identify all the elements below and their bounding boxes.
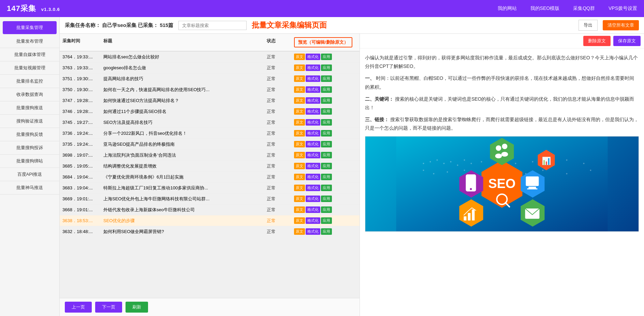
yingyon-button[interactable]: 应用	[321, 185, 332, 191]
yuanwen-button[interactable]: 原文	[294, 228, 305, 235]
sidebar-item-sougou-bind[interactable]: 批量搜狗绑站	[0, 155, 59, 168]
svg-point-3	[437, 159, 438, 161]
geshihua-button[interactable]: 格式化	[306, 206, 320, 213]
yuanwen-button[interactable]: 原文	[294, 54, 305, 60]
geshihua-button[interactable]: 格式化	[306, 174, 320, 180]
yingyon-button[interactable]: 应用	[321, 163, 332, 169]
row-title[interactable]: 上海法院判决'负面压制业务'合同违法	[101, 151, 264, 160]
yingyon-button[interactable]: 应用	[321, 119, 332, 126]
row-actions: 原文 格式化 应用	[291, 96, 360, 105]
yingyon-button[interactable]: 应用	[321, 64, 332, 71]
row-status: 正常	[264, 118, 291, 127]
row-title[interactable]: 特斯拉上海超级工厂19日复工推动100多家供应商协...	[101, 184, 264, 192]
geshihua-button[interactable]: 格式化	[306, 228, 320, 235]
export-button[interactable]: 导出	[579, 20, 598, 31]
yingyon-button[interactable]: 应用	[321, 108, 332, 115]
geshihua-button[interactable]: 格式化	[306, 141, 320, 147]
row-title[interactable]: 上海SEO优化外包上海牛巨微网络科技有限公司站群...	[101, 195, 264, 203]
geshihua-button[interactable]: 格式化	[306, 86, 320, 93]
sidebar-item-video-manage[interactable]: 批量短视频管理	[0, 61, 59, 75]
delete-original-button[interactable]: 删除原文	[583, 36, 611, 46]
sidebar-item-rank-monitor[interactable]: 批量排名监控	[0, 75, 59, 88]
yingyon-button[interactable]: 应用	[321, 206, 332, 213]
svg-rect-44	[472, 210, 475, 220]
yingyon-button[interactable]: 应用	[321, 217, 332, 224]
row-title[interactable]: 外链代发包收录上海新媒体seo牛巨微科技公司	[101, 205, 264, 214]
next-page-button[interactable]: 下一页	[95, 302, 122, 313]
search-input[interactable]	[178, 21, 247, 30]
yuanwen-button[interactable]: 原文	[294, 75, 305, 82]
row-actions: 原文 格式化 应用	[291, 183, 360, 192]
row-title[interactable]: 如何在一天之内，快速提高网站排名的使用SEO技巧...	[101, 85, 264, 94]
geshihua-button[interactable]: 格式化	[306, 108, 320, 115]
geshihua-button[interactable]: 格式化	[306, 163, 320, 169]
geshihua-button[interactable]: 格式化	[306, 64, 320, 71]
geshihua-button[interactable]: 格式化	[306, 97, 320, 104]
yingyon-button[interactable]: 应用	[321, 130, 332, 137]
sidebar-item-sougou-push[interactable]: 批量搜狗推送	[0, 101, 59, 115]
geshihua-button[interactable]: 格式化	[306, 54, 320, 60]
yingyon-button[interactable]: 应用	[321, 196, 332, 202]
row-title[interactable]: SEO优化的步骤	[101, 216, 264, 225]
yuanwen-button[interactable]: 原文	[294, 97, 305, 104]
row-title[interactable]: googleseo排名怎么做	[101, 63, 264, 72]
seo-preview-image: SEO	[365, 136, 639, 232]
yingyon-button[interactable]: 应用	[321, 152, 332, 158]
yuanwen-button[interactable]: 原文	[294, 152, 305, 158]
sidebar-item-baidu-api[interactable]: 百度API推送	[0, 168, 59, 181]
row-title[interactable]: 如何通过11个步骤提高SEO排名	[101, 107, 264, 116]
yingyon-button[interactable]: 应用	[321, 86, 332, 93]
refresh-button[interactable]: 刷新	[126, 302, 148, 313]
nav-vps-settings[interactable]: VPS拨号设置	[609, 5, 637, 12]
save-original-button[interactable]: 保存原文	[613, 36, 641, 46]
yingyon-button[interactable]: 应用	[321, 141, 332, 147]
row-time: 3669．19:01:...	[60, 195, 101, 203]
yuanwen-button[interactable]: 原文	[294, 86, 305, 93]
geshihua-button[interactable]: 格式化	[306, 119, 320, 126]
sidebar-item-shenma-push[interactable]: 批量神马推送	[0, 181, 59, 195]
sidebar-item-publish-manage[interactable]: 批量发布管理	[0, 35, 59, 48]
row-title[interactable]: 分享一个2022新风口，抖音seo优化排名！	[101, 129, 264, 138]
geshihua-button[interactable]: 格式化	[306, 152, 320, 158]
row-title[interactable]: 网站排名seo怎么做会比较好	[101, 53, 264, 61]
nav-my-site[interactable]: 我的网站	[498, 5, 517, 12]
row-title[interactable]: 如何快速通过SEO方法提高网站排名？	[101, 96, 264, 105]
row-title[interactable]: 提高网站排名的技巧	[101, 74, 264, 83]
nav-qq-group[interactable]: 采集QQ群	[573, 5, 595, 12]
sidebar-item-record-query[interactable]: 收录数据查询	[0, 88, 59, 101]
geshihua-button[interactable]: 格式化	[306, 217, 320, 224]
yuanwen-button[interactable]: 原文	[294, 130, 305, 137]
yingyon-button[interactable]: 应用	[321, 97, 332, 104]
sidebar-item-sougou-feedback[interactable]: 批量搜狗反馈	[0, 128, 59, 141]
yuanwen-button[interactable]: 原文	[294, 185, 305, 191]
yuanwen-button[interactable]: 原文	[294, 64, 305, 71]
geshihua-button[interactable]: 格式化	[306, 196, 320, 202]
geshihua-button[interactable]: 格式化	[306, 130, 320, 137]
yuanwen-button[interactable]: 原文	[294, 141, 305, 147]
geshihua-button[interactable]: 格式化	[306, 75, 320, 82]
row-title[interactable]: 如何利用SEO做全网霸屏营销?	[101, 227, 264, 236]
sidebar-item-sougou-verify[interactable]: 搜狗验证推送	[0, 115, 59, 128]
row-title[interactable]: 结构调整优化发展提质增效	[101, 162, 264, 171]
yingyon-button[interactable]: 应用	[321, 228, 332, 235]
yingyon-button[interactable]: 应用	[321, 174, 332, 180]
sidebar-item-media-manage[interactable]: 批量自媒体管理	[0, 48, 59, 61]
row-title[interactable]: 《宁夏优化营商环境条例》6月1日起实施	[101, 173, 264, 182]
geshihua-button[interactable]: 格式化	[306, 185, 320, 191]
yingyon-button[interactable]: 应用	[321, 54, 332, 60]
sidebar-item-sougou-complaint[interactable]: 批量搜狗投诉	[0, 141, 59, 155]
yuanwen-button[interactable]: 原文	[294, 119, 305, 126]
row-title[interactable]: SEO方法及提高排名技巧	[101, 118, 264, 127]
yuanwen-button[interactable]: 原文	[294, 196, 305, 202]
yuanwen-button[interactable]: 原文	[294, 108, 305, 115]
yingyon-button[interactable]: 应用	[321, 75, 332, 82]
yuanwen-button[interactable]: 原文	[294, 217, 305, 224]
nav-seo-template[interactable]: 我的SEO模版	[530, 5, 560, 12]
prev-page-button[interactable]: 上一页	[65, 302, 92, 313]
clear-all-button[interactable]: 清空所有文章	[603, 20, 639, 30]
yuanwen-button[interactable]: 原文	[294, 163, 305, 169]
row-title[interactable]: 亚马逊SEO提高产品排名的终极指南	[101, 140, 264, 149]
sidebar-item-collect-manage[interactable]: 批量采集管理	[3, 21, 57, 34]
yuanwen-button[interactable]: 原文	[294, 206, 305, 213]
yuanwen-button[interactable]: 原文	[294, 174, 305, 180]
